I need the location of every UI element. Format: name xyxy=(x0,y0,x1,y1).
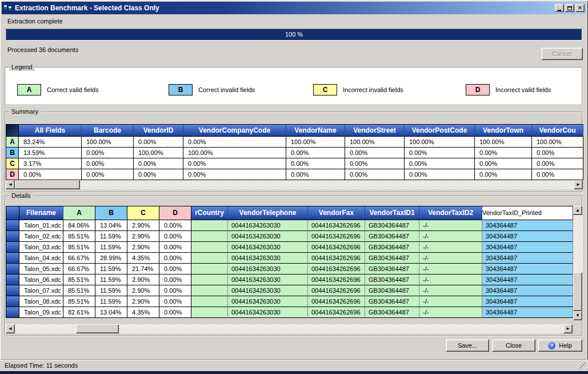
details-row: Talon_09.xdc82.61%13.04%4.35%0.00%004416… xyxy=(6,307,573,318)
summary-row: C3.17%0.00%0.00%0.00%0.00%0.00%0.00%0.00… xyxy=(6,158,583,169)
summary-column-header: VendorCou xyxy=(532,125,583,137)
summary-column-header: VendorID xyxy=(134,125,183,137)
summary-row-key-a: A xyxy=(6,137,19,148)
details-column-header: D xyxy=(159,206,191,220)
close-dialog-button[interactable]: Close xyxy=(492,339,535,352)
resize-grip[interactable] xyxy=(579,363,587,370)
summary-cell: 0.00% xyxy=(405,148,475,158)
details-cell-taxid_printed: 304364487 xyxy=(482,231,573,242)
scroll-right-icon[interactable]: ► xyxy=(574,180,583,189)
summary-cell: 100.00% xyxy=(345,137,405,148)
details-cell-taxid2: -/- xyxy=(419,220,482,231)
row-selector[interactable] xyxy=(6,274,19,285)
summary-cell: 0.00% xyxy=(183,158,286,169)
window-bottom-edge xyxy=(0,371,588,374)
legend-groupbox: Legend ACorrect valid fieldsBCorrect inv… xyxy=(5,67,583,106)
details-vscrollbar[interactable]: ▲ ▼ xyxy=(573,206,582,320)
summary-row-key-d: D xyxy=(6,169,19,180)
row-selector[interactable] xyxy=(6,220,19,231)
progress-bar: 100 % xyxy=(6,29,582,41)
legend-item: ACorrect valid fields xyxy=(17,84,98,96)
summary-cell: 100.00% xyxy=(475,137,532,148)
summary-cell: 100.00% xyxy=(134,148,183,158)
summary-cell: 0.00% xyxy=(532,148,583,158)
row-selector[interactable] xyxy=(6,264,19,274)
details-cell-d: 0.00% xyxy=(159,285,191,296)
row-selector[interactable] xyxy=(6,253,19,264)
cancel-button[interactable]: Cancel xyxy=(541,47,583,60)
scroll-right-icon[interactable]: ► xyxy=(563,324,573,333)
save-button[interactable]: Save... xyxy=(446,339,489,352)
details-column-header: rCountry xyxy=(191,206,228,220)
summary-cell: 13.59% xyxy=(19,148,82,158)
details-cell-fax: 00441634262696 xyxy=(308,296,365,307)
details-hscroll-thumb[interactable] xyxy=(76,324,119,333)
statusbar: Elapsed Time: 11 seconds xyxy=(0,359,588,371)
details-cell-a: 85.51% xyxy=(63,285,95,296)
row-selector[interactable] xyxy=(6,296,19,307)
details-cell-filename: Talon_08.xdc xyxy=(19,296,63,307)
summary-cell: 0.00% xyxy=(134,169,183,180)
details-cell-telephone: 00441634263030 xyxy=(228,220,308,231)
details-cell-taxid2: -/- xyxy=(419,264,482,274)
details-row: Talon_03.xdc85.51%11.59%2.90%0.00%004416… xyxy=(6,242,573,253)
close-button[interactable]: ✕ xyxy=(575,4,585,12)
summary-column-header: Barcode xyxy=(82,125,134,137)
details-row: Talon_07.xdc85.51%11.59%2.90%0.00%004416… xyxy=(6,285,573,296)
details-cell-taxid_printed: 304364487 xyxy=(482,264,573,274)
details-cell-d: 0.00% xyxy=(159,231,191,242)
details-selector-header xyxy=(6,206,19,220)
details-column-header: C xyxy=(127,206,159,220)
summary-cell: 0.00% xyxy=(183,169,286,180)
details-row: Talon_01.xdc84.06%13.04%2.90%0.00%004416… xyxy=(6,220,573,231)
details-column-header: B xyxy=(95,206,127,220)
scroll-down-icon[interactable]: ▼ xyxy=(573,311,582,320)
details-cell-telephone: 00441634263030 xyxy=(228,253,308,264)
scroll-up-icon[interactable]: ▲ xyxy=(573,206,582,215)
row-selector[interactable] xyxy=(6,242,19,253)
details-cell-taxid1: GB304364487 xyxy=(365,253,419,264)
details-row: Talon_06.xdc85.51%11.59%2.90%0.00%004416… xyxy=(6,274,573,285)
titlebar[interactable]: Extraction Benchmark - Selected Class On… xyxy=(2,2,586,14)
details-cell-telephone: 00441634263030 xyxy=(228,264,308,274)
details-column-header: Filename xyxy=(19,206,63,220)
legend-item-label: Incorrect invalid fields xyxy=(343,86,403,93)
dialog-window: Extraction Benchmark - Selected Class On… xyxy=(0,0,588,374)
summary-cell: 0.00% xyxy=(345,148,405,158)
summary-cell: 3.17% xyxy=(19,158,82,169)
legend-swatch-d: D xyxy=(466,84,490,96)
help-button[interactable]: ? Help xyxy=(538,339,582,352)
scroll-left-icon[interactable]: ◄ xyxy=(6,180,15,189)
summary-hscrollbar[interactable]: ◄ ► xyxy=(6,180,583,189)
summary-table: All FieldsBarcodeVendorIDVendorCompanyCo… xyxy=(6,124,583,180)
details-cell-taxid2: -/- xyxy=(419,285,482,296)
row-selector[interactable] xyxy=(6,285,19,296)
summary-cell: 100.00% xyxy=(183,148,286,158)
summary-hscroll-thumb[interactable] xyxy=(15,180,80,189)
details-cell-taxid_printed: 304364487 xyxy=(482,274,573,285)
summary-cell: 0.00% xyxy=(134,158,183,169)
details-cell-d: 0.00% xyxy=(159,296,191,307)
summary-cell: 83.24% xyxy=(19,137,82,148)
scroll-left-icon[interactable]: ◄ xyxy=(6,324,15,333)
minimize-icon xyxy=(558,10,561,11)
minimize-button[interactable] xyxy=(555,4,564,12)
details-vscroll-thumb[interactable] xyxy=(573,272,582,311)
details-cell-filename: Talon_01.xdc xyxy=(19,220,63,231)
legend-item-label: Correct invalid fields xyxy=(198,86,255,93)
summary-column-header: VendorName xyxy=(286,125,345,137)
details-cell-c: 2.90% xyxy=(127,220,159,231)
details-hscrollbar[interactable]: ◄ ► xyxy=(6,324,573,333)
details-cell-country xyxy=(191,253,228,264)
maximize-button[interactable] xyxy=(565,4,574,12)
legend-groupbox-title: Legend xyxy=(9,63,35,71)
row-selector[interactable] xyxy=(6,231,19,242)
details-cell-taxid2: -/- xyxy=(419,307,482,318)
row-selector[interactable] xyxy=(6,307,19,318)
details-header-row: FilenameABCDrCountryVendorTelephoneVendo… xyxy=(6,206,573,220)
summary-column-header: VendorStreet xyxy=(345,125,405,137)
summary-cell: 100.00% xyxy=(286,137,345,148)
summary-cell: 0.00% xyxy=(19,169,82,180)
details-cell-taxid2: -/- xyxy=(419,296,482,307)
details-cell-filename: Talon_05.xdc xyxy=(19,264,63,274)
